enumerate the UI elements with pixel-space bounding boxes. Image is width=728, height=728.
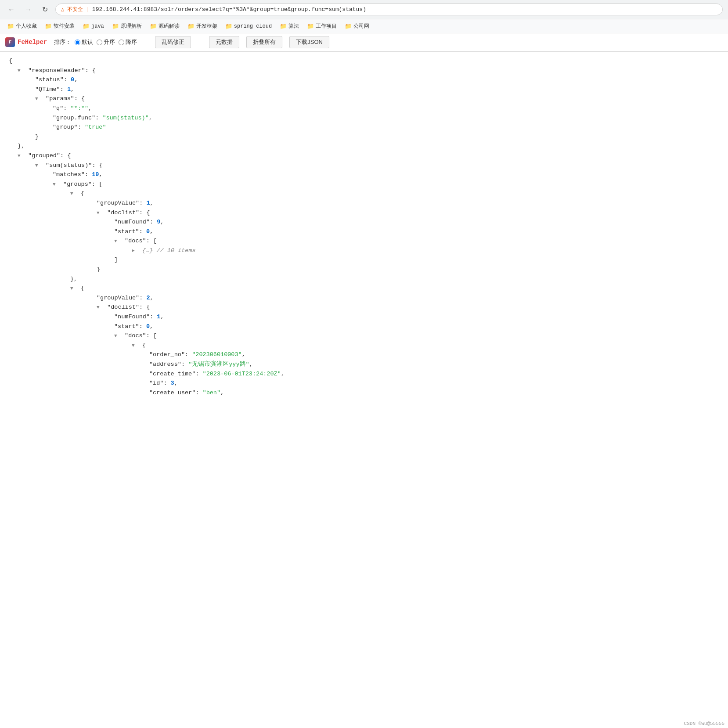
params-section: ▼ "params": {	[9, 94, 719, 104]
group-line: "group": "true"	[9, 123, 719, 132]
bookmark-principle[interactable]: 📁 原理解析	[108, 21, 145, 31]
bookmark-label: 个人收藏	[16, 22, 37, 30]
folder-icon: 📁	[150, 23, 157, 30]
root-brace: {	[9, 56, 719, 66]
createtime-line: "create_time": "2023-06-01T23:24:20Z",	[9, 369, 719, 379]
val-group: "true"	[85, 124, 106, 130]
key-id: "id"	[149, 380, 163, 386]
key-params: "params"	[46, 95, 74, 102]
key-status: "status"	[35, 76, 64, 83]
fehelper-name: FeHelper	[18, 39, 47, 46]
toggle-groups[interactable]: ▼	[53, 181, 60, 189]
key-start2: "start"	[114, 323, 139, 330]
val-start2: 0	[146, 323, 150, 330]
val-numfound1: 9	[157, 219, 160, 225]
decode-button[interactable]: 乱码修正	[155, 36, 191, 48]
toggle-group1[interactable]: ▼	[70, 190, 77, 198]
toggle-docs1-expand[interactable]: ►	[132, 247, 139, 255]
folder-icon: 📁	[112, 23, 119, 30]
sort-section: 排序： 默认 升序 降序	[54, 38, 137, 46]
val-createtime: "2023-06-01T23:24:20Z"	[203, 371, 281, 377]
folder-icon: 📁	[345, 23, 352, 30]
val-createuser: "ben"	[203, 389, 221, 396]
start2-line: "start": 0,	[9, 322, 719, 332]
groupvalue1-line: "groupValue": 1,	[9, 198, 719, 208]
json-content: { ▼ "responseHeader": { "status": 0, "QT…	[0, 52, 728, 718]
key-createtime: "create_time"	[149, 371, 195, 377]
doclist2-section: ▼ "doclist": {	[9, 303, 719, 312]
group1-close: },	[9, 274, 719, 284]
toggle-sumstatus[interactable]: ▼	[35, 162, 42, 170]
bookmark-company[interactable]: 📁 公司网	[341, 21, 373, 31]
bookmark-algorithm[interactable]: 📁 算法	[276, 21, 303, 31]
sort-desc[interactable]: 降序	[119, 38, 137, 46]
download-button[interactable]: 下载JSON	[289, 36, 329, 48]
key-grouped: "grouped"	[28, 152, 60, 159]
toggle-doc2item[interactable]: ▼	[132, 342, 139, 350]
toggle-docs2[interactable]: ▼	[114, 332, 121, 340]
doc2-item: ▼ {	[9, 341, 719, 350]
groupvalue2-line: "groupValue": 2,	[9, 293, 719, 303]
toggle-group2[interactable]: ▼	[70, 285, 77, 293]
folder-icon: 📁	[187, 23, 195, 30]
toggle-params[interactable]: ▼	[35, 95, 42, 103]
key-group: "group"	[53, 124, 78, 130]
key-responseheader: "responseHeader"	[28, 67, 85, 74]
toggle-grouped[interactable]: ▼	[18, 152, 25, 160]
fehelper-logo-icon: F	[5, 37, 15, 47]
numfound1-line: "numFound": 9,	[9, 217, 719, 227]
val-address: "无锡市滨湖区yyy路"	[188, 361, 249, 368]
key-numfound1: "numFound"	[114, 219, 150, 225]
meta-button[interactable]: 元数据	[209, 36, 239, 48]
q-line: "q": "*:*",	[9, 104, 719, 113]
sort-asc[interactable]: 升序	[97, 38, 115, 46]
toggle-doclist2[interactable]: ▼	[97, 304, 104, 312]
bookmark-devframework[interactable]: 📁 开发框架	[184, 21, 221, 31]
browser-nav: ← → ↻ △ 不安全 | 192.168.244.41:8983/solr/o…	[0, 0, 728, 19]
fehelper-logo: F FeHelper	[5, 37, 47, 47]
bookmark-label: 原理解析	[121, 22, 142, 30]
bookmark-personal[interactable]: 📁 个人收藏	[4, 21, 40, 31]
bookmark-label: 算法	[288, 22, 299, 30]
folder-icon: 📁	[225, 23, 232, 30]
bookmark-label: spring cloud	[234, 23, 272, 29]
fold-button[interactable]: 折叠所有	[246, 36, 282, 48]
status-line: "status": 0,	[9, 75, 719, 85]
toggle-responseheader[interactable]: ▼	[18, 67, 25, 75]
group2-section: ▼ {	[9, 284, 719, 293]
key-createuser: "create_user"	[149, 389, 195, 396]
toggle-doclist1[interactable]: ▼	[97, 209, 104, 217]
key-q: "q"	[53, 105, 63, 112]
key-groups: "groups"	[63, 181, 92, 187]
val-q: "*:*"	[71, 105, 89, 112]
doclist1-section: ▼ "doclist": {	[9, 208, 719, 218]
bookmark-label: 源码解读	[159, 22, 180, 30]
back-button[interactable]: ←	[5, 4, 18, 16]
val-matches: 10	[92, 171, 99, 178]
bookmark-software[interactable]: 📁 软件安装	[41, 21, 78, 31]
toggle-docs1[interactable]: ▼	[114, 238, 121, 245]
fehelper-toolbar: F FeHelper 排序： 默认 升序 降序 乱码修正 元数据 折叠所有 下载…	[0, 33, 728, 52]
sort-default[interactable]: 默认	[75, 38, 93, 46]
docs2-section: ▼ "docs": [	[9, 331, 719, 341]
folder-icon: 📁	[83, 23, 90, 30]
address-bar[interactable]: △ 不安全 | 192.168.244.41:8983/solr/orders/…	[55, 4, 723, 15]
val-groupvalue2: 2	[146, 295, 150, 301]
bookmark-sourcecode[interactable]: 📁 源码解读	[146, 21, 183, 31]
folder-icon: 📁	[307, 23, 314, 30]
key-docs1: "docs"	[125, 238, 146, 244]
forward-button[interactable]: →	[22, 4, 34, 16]
val-start1: 0	[146, 228, 150, 235]
address-line: "address": "无锡市滨湖区yyy路",	[9, 360, 719, 369]
key-docs2: "docs"	[125, 332, 146, 339]
params-close: }	[9, 132, 719, 142]
groups-section: ▼ "groups": [	[9, 180, 719, 189]
bookmark-workproject[interactable]: 📁 工作项目	[303, 21, 340, 31]
docs1-hint: {…} // 10 items	[142, 247, 196, 254]
reload-button[interactable]: ↻	[39, 4, 51, 16]
bookmark-springcloud[interactable]: 📁 spring cloud	[222, 22, 275, 31]
val-id: 3	[171, 380, 174, 386]
bookmark-java[interactable]: 📁 java	[79, 22, 108, 31]
key-qtime: "QTime"	[35, 86, 60, 93]
bookmarks-bar: 📁 个人收藏 📁 软件安装 📁 java 📁 原理解析 📁 源码解读 📁 开发框…	[0, 19, 728, 33]
